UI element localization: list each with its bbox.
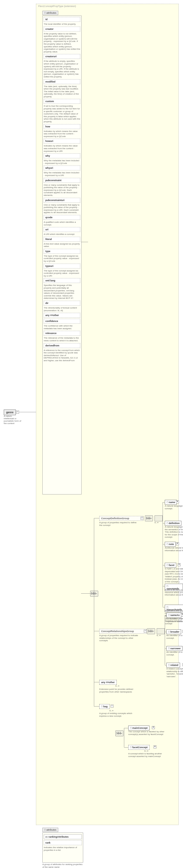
element-mainconcept[interactable]: □ mainConcept bbox=[128, 725, 149, 731]
element-broader[interactable]: □ broader bbox=[167, 629, 181, 634]
element-name[interactable]: □ name bbox=[165, 500, 177, 505]
attr-desc: The relevance of the metadata to the new… bbox=[44, 337, 80, 342]
group-cd-desc: A group of properties required to define… bbox=[99, 521, 140, 526]
attr-desc: One or many constraints that apply to pu… bbox=[44, 204, 80, 214]
desc-bag: A group of existing concepts which expre… bbox=[99, 712, 134, 717]
expander-cd[interactable]: − bbox=[141, 517, 144, 520]
attr-xml-lang[interactable]: xml:lang bbox=[44, 278, 80, 283]
element-definition[interactable]: □ definition bbox=[165, 521, 181, 526]
attr-desc: Why the metadata has been included - exp… bbox=[44, 159, 80, 164]
attr-id[interactable]: id bbox=[44, 17, 80, 22]
desc-name: A natural language name for the concept. bbox=[165, 505, 183, 510]
attr-how[interactable]: how bbox=[44, 124, 80, 129]
group-concept-definition[interactable]: ConceptDefinitionGroup bbox=[99, 516, 143, 521]
desc-anyother: Extension point for provider-defined pro… bbox=[99, 688, 134, 693]
attr-desc: Indicates by which means the value was e… bbox=[44, 145, 80, 152]
expander-facetconcept[interactable]: + bbox=[153, 745, 156, 748]
attr-desc: Indicates by which means the value was e… bbox=[44, 130, 80, 138]
choice-cr bbox=[157, 628, 165, 634]
group-cr-desc: A group of properties required to indica… bbox=[99, 634, 142, 642]
attr-desc: One or many constraints that apply to pu… bbox=[44, 184, 80, 197]
group-concept-relationships[interactable]: ConceptRelationshipsGroup bbox=[99, 629, 147, 634]
attr-custom[interactable]: custom bbox=[44, 99, 80, 104]
desc-mainconcept: The concept which is faceted by other co… bbox=[128, 731, 166, 736]
attr-why[interactable]: why bbox=[44, 153, 80, 158]
element-related[interactable]: □ related bbox=[167, 663, 180, 668]
attr-whyuri[interactable]: whyuri bbox=[44, 165, 80, 170]
attr-typeuri[interactable]: typeuri bbox=[44, 264, 80, 269]
seq-bag bbox=[115, 731, 123, 736]
element-any-other[interactable]: any ##other bbox=[99, 680, 117, 685]
desc-facet: In NAR 1.8 and later, facet is deprecate… bbox=[165, 567, 183, 583]
attr-dir[interactable]: dir bbox=[44, 301, 80, 306]
card-bag: 0..∞ bbox=[109, 709, 113, 712]
element-note[interactable]: □ note bbox=[165, 542, 176, 547]
desc-narrower: An identifier of a more specific concept… bbox=[167, 651, 183, 656]
card-cr: 0..∞ bbox=[157, 634, 161, 637]
attributes-header-bottom[interactable]: □ attributes bbox=[42, 828, 58, 832]
ranking-container: ▭ rankingAttributes rank Indicates the r… bbox=[42, 833, 83, 863]
group-cd-label: ConceptDefinitionGroup bbox=[101, 517, 129, 520]
attr-pubconstraint[interactable]: pubconstraint bbox=[44, 178, 80, 183]
extension-title: Flex1ConceptPropType (extension) bbox=[38, 5, 76, 7]
attr-literal[interactable]: literal bbox=[44, 237, 80, 242]
element-bag[interactable]: □ bag bbox=[99, 704, 109, 709]
attr-desc: Specifies the language of this property … bbox=[44, 284, 80, 300]
group-cr-label: ConceptRelationshipsGroup bbox=[101, 630, 134, 632]
attr-qcode[interactable]: qcode bbox=[44, 215, 80, 220]
attr-desc: If the property value is not defined, sp… bbox=[44, 33, 80, 53]
attr-desc: If the attribute is empty, specifies whi… bbox=[44, 60, 80, 78]
expander-root[interactable]: − bbox=[16, 411, 19, 413]
desc-note: Additional natural language information … bbox=[165, 547, 183, 552]
attr-desc: The type of the concept assigned as cont… bbox=[44, 255, 80, 262]
group-ranking-attributes[interactable]: ▭ rankingAttributes bbox=[44, 834, 82, 839]
attr-confidence[interactable]: confidence bbox=[44, 319, 80, 323]
root-element-genre[interactable]: genre bbox=[4, 409, 16, 415]
expander-mainconcept[interactable]: + bbox=[152, 726, 155, 729]
attr---other[interactable]: any ##other bbox=[44, 313, 80, 318]
attr-desc: If set to true the corresponding propert… bbox=[44, 105, 80, 123]
expander-bag[interactable]: − bbox=[111, 705, 113, 708]
card-facetconcept: 0..∞ bbox=[144, 750, 148, 752]
element-facet[interactable]: □ facet bbox=[165, 563, 176, 567]
expander-facet[interactable]: + bbox=[178, 563, 181, 566]
attr-desc: A free-text value assigned as property v… bbox=[44, 243, 80, 248]
attr-desc: A reference to the concept from which th… bbox=[44, 349, 80, 362]
attr-type[interactable]: type bbox=[44, 249, 80, 254]
attributes-header[interactable]: □ attributes bbox=[42, 11, 58, 15]
attr-desc: The confidence with which the metadata h… bbox=[44, 324, 80, 330]
attr-desc: The directionality of textual content (e… bbox=[44, 307, 80, 312]
attr-desc: A URI which identifies a concept. bbox=[44, 233, 80, 236]
desc-facetconcept: A concept which is faceting another conc… bbox=[128, 752, 166, 757]
desc-ranking-group: A group of attributes for ranking proper… bbox=[42, 863, 83, 868]
desc-broader: An identifier of a more generic concept. bbox=[167, 634, 183, 639]
expander-cr[interactable]: − bbox=[144, 630, 147, 632]
expander-sameas[interactable]: + bbox=[181, 613, 183, 616]
attributes-container: idThe local identifier of the property.c… bbox=[42, 16, 81, 494]
attr-modified[interactable]: modified bbox=[44, 79, 80, 84]
root-desc: A nature, intellectual or journalistic f… bbox=[4, 415, 23, 425]
element-narrower[interactable]: □ narrower bbox=[167, 646, 182, 651]
desc-related: A related concept, where the relationshi… bbox=[167, 668, 183, 678]
desc-sameas: An identifier of a concept with equivale… bbox=[167, 618, 183, 623]
attr-creator[interactable]: creator bbox=[44, 27, 80, 31]
attr-pubconstrainturi[interactable]: pubconstrainturi bbox=[44, 198, 80, 203]
card-cd: 0..∞ bbox=[154, 521, 158, 524]
attr-rank[interactable]: rank bbox=[44, 840, 82, 845]
attr-uri[interactable]: uri bbox=[44, 227, 80, 232]
expander-name[interactable]: + bbox=[176, 500, 179, 503]
expander-note[interactable]: + bbox=[176, 542, 179, 545]
attr-desc: A qualified code which identifies a conc… bbox=[44, 221, 80, 226]
desc-definition: A natural language definition of the sem… bbox=[165, 526, 183, 538]
element-sameas[interactable]: □ sameAs bbox=[167, 613, 181, 618]
attr-howuri[interactable]: howuri bbox=[44, 139, 80, 144]
attr-derivedfrom[interactable]: derivedfrom bbox=[44, 343, 80, 348]
choice-cd bbox=[154, 516, 162, 521]
desc-rank: Indicates the relative importance of pro… bbox=[44, 846, 82, 851]
desc-remoteinfo: A link to an item or a web resource whic… bbox=[165, 589, 183, 596]
attr-relevance[interactable]: relevance bbox=[44, 331, 80, 336]
attr-creatoruri[interactable]: creatoruri bbox=[44, 54, 80, 59]
element-facetconcept[interactable]: □ facetConcept bbox=[128, 745, 149, 750]
attr-desc: The local identifier of the property. bbox=[44, 23, 80, 26]
attr-desc: The date (and, optionally, the time) whe… bbox=[44, 85, 80, 98]
